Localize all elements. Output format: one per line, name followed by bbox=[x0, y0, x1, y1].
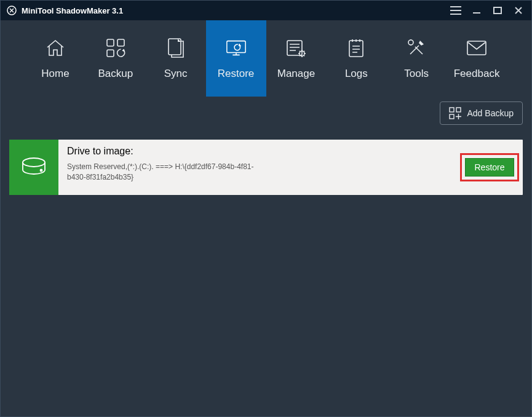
svg-point-15 bbox=[23, 158, 45, 167]
close-button[interactable] bbox=[508, 1, 529, 20]
card-detail: System Reserved,(*:).(C:). ===> H:\{ddf2… bbox=[67, 162, 270, 183]
svg-rect-1 bbox=[494, 7, 501, 14]
svg-rect-9 bbox=[349, 41, 363, 57]
svg-rect-4 bbox=[107, 50, 114, 57]
nav-label: Manage bbox=[277, 68, 315, 80]
nav-label: Home bbox=[41, 68, 69, 80]
svg-rect-6 bbox=[226, 41, 245, 53]
manage-icon bbox=[285, 37, 307, 59]
app-logo-icon bbox=[7, 6, 17, 15]
svg-rect-13 bbox=[456, 108, 461, 112]
logs-icon bbox=[345, 37, 367, 59]
minimize-button[interactable] bbox=[466, 1, 487, 20]
menu-icon[interactable] bbox=[445, 1, 466, 20]
svg-rect-2 bbox=[107, 39, 114, 46]
nav-logs[interactable]: Logs bbox=[326, 20, 386, 97]
backup-icon bbox=[105, 37, 127, 59]
card-icon-panel bbox=[9, 140, 58, 195]
nav-tools[interactable]: Tools bbox=[386, 20, 447, 97]
card-body: Drive to image: System Reserved,(*:).(C:… bbox=[58, 140, 461, 195]
svg-rect-14 bbox=[450, 114, 454, 119]
tools-icon bbox=[405, 37, 427, 59]
content-area: Drive to image: System Reserved,(*:).(C:… bbox=[1, 130, 531, 416]
grid-plus-icon bbox=[449, 107, 461, 119]
nav-label: Restore bbox=[218, 68, 255, 80]
main-nav: Home Backup Sync Restore Manage bbox=[1, 20, 531, 97]
restore-icon bbox=[225, 37, 247, 59]
drive-icon bbox=[20, 155, 48, 180]
add-backup-label: Add Backup bbox=[467, 108, 514, 118]
nav-label: Sync bbox=[164, 68, 188, 80]
sync-icon bbox=[165, 37, 187, 59]
add-backup-button[interactable]: Add Backup bbox=[440, 101, 523, 125]
svg-point-16 bbox=[41, 170, 42, 172]
restore-button[interactable]: Restore bbox=[465, 158, 514, 177]
svg-point-10 bbox=[408, 40, 413, 45]
nav-label: Logs bbox=[345, 68, 368, 80]
nav-backup[interactable]: Backup bbox=[85, 20, 146, 97]
restore-highlight: Restore bbox=[460, 153, 518, 181]
nav-feedback[interactable]: Feedback bbox=[447, 20, 507, 97]
titlebar: MiniTool ShadowMaker 3.1 bbox=[1, 1, 531, 20]
nav-restore[interactable]: Restore bbox=[206, 20, 266, 97]
nav-manage[interactable]: Manage bbox=[266, 20, 327, 97]
toolbar: Add Backup bbox=[1, 97, 531, 130]
maximize-button[interactable] bbox=[487, 1, 508, 20]
card-actions: Restore bbox=[461, 140, 523, 195]
app-window: MiniTool ShadowMaker 3.1 Home Backup bbox=[0, 0, 532, 417]
card-title: Drive to image: bbox=[67, 146, 453, 157]
nav-label: Feedback bbox=[454, 68, 500, 80]
nav-label: Backup bbox=[98, 68, 133, 80]
nav-home[interactable]: Home bbox=[25, 20, 85, 97]
nav-label: Tools bbox=[404, 68, 429, 80]
app-title: MiniTool ShadowMaker 3.1 bbox=[22, 6, 123, 15]
backup-card: Drive to image: System Reserved,(*:).(C:… bbox=[9, 140, 523, 195]
svg-rect-11 bbox=[467, 41, 486, 55]
svg-rect-3 bbox=[117, 39, 124, 46]
feedback-icon bbox=[466, 37, 488, 59]
nav-sync[interactable]: Sync bbox=[146, 20, 206, 97]
home-icon bbox=[44, 37, 66, 59]
svg-rect-12 bbox=[450, 108, 454, 112]
